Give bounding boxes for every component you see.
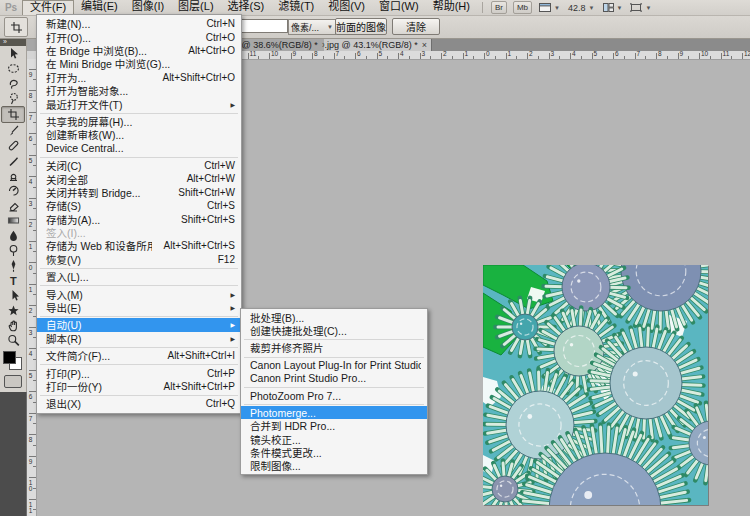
menu-item[interactable]: PhotoZoom Pro 7...: [241, 389, 427, 402]
front-image-button[interactable]: 前面的图像: [335, 18, 387, 35]
zoom-level-control[interactable]: 42.8 ▼: [568, 3, 594, 13]
menubar-item[interactable]: 编辑(E): [74, 0, 125, 13]
menu-item[interactable]: 置入(L)...: [37, 270, 241, 283]
menu-item[interactable]: 文件简介(F)...Alt+Shift+Ctrl+I: [37, 349, 241, 362]
launch-bridge-button[interactable]: Br: [491, 1, 507, 14]
menubar-item[interactable]: 图层(L): [171, 0, 220, 13]
color-swatches[interactable]: [3, 351, 23, 371]
menu-item[interactable]: 在 Mini Bridge 中浏览(G)...: [37, 57, 241, 70]
menu-item[interactable]: Canon Layout Plug-In for Print Studio Pr…: [241, 359, 427, 372]
view-extras-button[interactable]: ▼: [539, 3, 560, 12]
blur-tool-button[interactable]: [2, 228, 24, 243]
submenu-arrow-icon: ▶: [230, 101, 235, 108]
chevron-down-icon: ▼: [645, 5, 651, 11]
menu-item[interactable]: 导入(M)▶: [37, 287, 241, 300]
chevron-down-icon: ▼: [554, 5, 560, 11]
menu-item[interactable]: Device Central...: [37, 142, 241, 155]
clone-stamp-tool-button[interactable]: [2, 168, 24, 183]
menu-item[interactable]: 恢复(V)F12: [37, 253, 241, 266]
foreground-color-swatch[interactable]: [3, 351, 16, 364]
menubar-item[interactable]: 图像(I): [125, 0, 171, 13]
menu-item[interactable]: 共享我的屏幕(H)...: [37, 115, 241, 128]
clear-button[interactable]: 清除: [392, 18, 440, 35]
menubar-item[interactable]: 滤镜(T): [271, 0, 321, 13]
lasso-tool-button[interactable]: [2, 76, 24, 91]
move-tool-button[interactable]: [2, 46, 24, 61]
unit-dropdown[interactable]: 像素/... ▼: [288, 19, 336, 35]
menu-item-shortcut: Ctrl+W: [204, 160, 235, 171]
menu-item[interactable]: 新建(N)...Ctrl+N: [37, 17, 241, 30]
menu-item[interactable]: 关闭并转到 Bridge...Shift+Ctrl+W: [37, 186, 241, 199]
menu-item[interactable]: 自动(U)▶: [37, 318, 241, 331]
type-tool-button[interactable]: T: [2, 273, 24, 288]
crop-tool-button[interactable]: [1, 106, 25, 123]
spot-healing-brush-tool-button[interactable]: [2, 138, 24, 153]
menu-item-shortcut: Alt+Shift+Ctrl+S: [164, 240, 235, 251]
menu-item-label: PhotoZoom Pro 7...: [250, 390, 421, 402]
menu-item[interactable]: 脚本(R)▶: [37, 332, 241, 345]
menu-item[interactable]: 存储为(A)...Shift+Ctrl+S: [37, 212, 241, 225]
tab-close-icon[interactable]: ×: [422, 40, 427, 50]
menu-item[interactable]: 存储(S)Ctrl+S: [37, 199, 241, 212]
menu-item[interactable]: 镜头校正...: [241, 433, 427, 446]
quick-selection-tool-button[interactable]: [2, 91, 24, 106]
menubar-item[interactable]: 视图(V): [321, 0, 372, 13]
pen-tool-button[interactable]: [2, 258, 24, 273]
menu-item[interactable]: 退出(X)Ctrl+Q: [37, 397, 241, 410]
gradient-tool-button[interactable]: [2, 213, 24, 228]
arrange-documents-button[interactable]: ▼: [603, 3, 623, 12]
lasso-tool-icon: [7, 77, 20, 90]
tools-panel-collapse-button[interactable]: »: [0, 38, 26, 46]
menu-item[interactable]: 导出(E)▶: [37, 301, 241, 314]
chevron-down-icon: ▼: [327, 24, 333, 30]
menu-item-label: 退出(X): [46, 396, 194, 411]
menu-item[interactable]: 创建快捷批处理(C)...: [241, 324, 427, 337]
history-brush-tool-button[interactable]: [2, 183, 24, 198]
eraser-tool-button[interactable]: [2, 198, 24, 213]
menu-item[interactable]: 裁剪并修齐照片: [241, 341, 427, 354]
menu-item[interactable]: 打开为...Alt+Shift+Ctrl+O: [37, 71, 241, 84]
hand-tool-button[interactable]: [2, 318, 24, 333]
elliptical-marquee-tool-button[interactable]: [2, 61, 24, 76]
menubar-item[interactable]: 选择(S): [221, 0, 272, 13]
menubar-item[interactable]: 文件(F): [22, 0, 74, 15]
menu-item[interactable]: 关闭全部Alt+Ctrl+W: [37, 172, 241, 185]
hand-tool-icon: [7, 319, 20, 332]
menu-item-shortcut: Ctrl+P: [207, 368, 235, 379]
file-menu: 新建(N)...Ctrl+N打开(O)...Ctrl+O在 Bridge 中浏览…: [36, 14, 242, 414]
menu-item[interactable]: 打开(O)...Ctrl+O: [37, 30, 241, 43]
menu-item[interactable]: 打印(P)...Ctrl+P: [37, 366, 241, 379]
menu-item[interactable]: Photomerge...: [241, 406, 427, 419]
eyedropper-tool-button[interactable]: [2, 123, 24, 138]
custom-shape-tool-button[interactable]: [2, 303, 24, 318]
dodge-tool-button[interactable]: [2, 243, 24, 258]
crop-icon: [10, 21, 23, 34]
menu-item[interactable]: 存储为 Web 和设备所用格式(D)...Alt+Shift+Ctrl+S: [37, 239, 241, 252]
menu-item[interactable]: 打印一份(Y)Alt+Shift+Ctrl+P: [37, 380, 241, 393]
screen-mode-button[interactable]: [4, 375, 22, 388]
launch-mini-bridge-button[interactable]: Mb: [513, 1, 532, 14]
menu-item[interactable]: 关闭(C)Ctrl+W: [37, 159, 241, 172]
menu-item[interactable]: 打开为智能对象...: [37, 84, 241, 97]
zoom-tool-button[interactable]: [2, 333, 24, 348]
current-tool-indicator[interactable]: [4, 17, 28, 37]
menu-item[interactable]: 批处理(B)...: [241, 311, 427, 324]
menu-item[interactable]: 合并到 HDR Pro...: [241, 419, 427, 432]
screen-mode-menu-button[interactable]: ▼: [630, 3, 651, 12]
menu-item[interactable]: 在 Bridge 中浏览(B)...Alt+Ctrl+O: [37, 44, 241, 57]
menubar-item[interactable]: 帮助(H): [426, 0, 477, 13]
document-image[interactable]: [483, 265, 708, 505]
tab-label: D.jpg @ 43.1%(RGB/8) *: [324, 40, 418, 50]
crop-width-input[interactable]: [240, 19, 288, 33]
document-tab[interactable]: D.jpg @ 43.1%(RGB/8) *×: [324, 38, 432, 51]
menu-item[interactable]: Canon Print Studio Pro...: [241, 372, 427, 385]
menu-item-label: 打印一份(Y): [46, 379, 152, 394]
zoom-level-value[interactable]: 42.8: [568, 3, 586, 13]
menubar-item[interactable]: 窗口(W): [372, 0, 426, 13]
menu-item[interactable]: 创建新审核(W)...: [37, 128, 241, 141]
brush-tool-button[interactable]: [2, 153, 24, 168]
menu-item[interactable]: 最近打开文件(T)▶: [37, 97, 241, 110]
menu-item[interactable]: 条件模式更改...: [241, 446, 427, 459]
menu-item[interactable]: 限制图像...: [241, 459, 427, 472]
path-selection-tool-button[interactable]: [2, 288, 24, 303]
